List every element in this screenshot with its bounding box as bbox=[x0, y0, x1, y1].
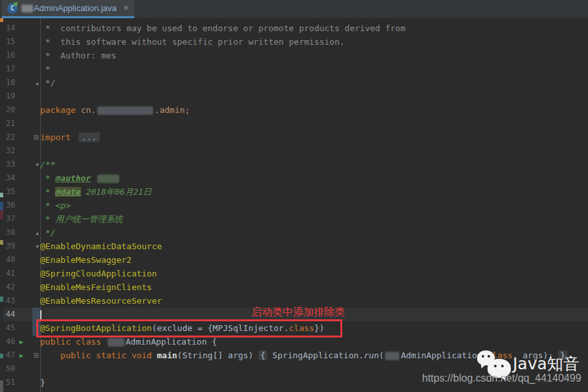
gutter-cell[interactable]: 41 bbox=[0, 267, 40, 280]
code-line[interactable]: 40@EnableMesSwagger2 bbox=[0, 253, 588, 267]
code-text-area[interactable]: @EnableDynamicDataSource bbox=[40, 239, 588, 253]
code-line[interactable]: 39▾@EnableDynamicDataSource bbox=[0, 239, 588, 253]
code-line[interactable]: 20package cn..admin; bbox=[0, 103, 588, 117]
code-text-area[interactable]: */ bbox=[40, 76, 588, 90]
gutter-cell[interactable]: 32 bbox=[0, 144, 40, 158]
gutter-cell[interactable]: 51 bbox=[0, 376, 40, 389]
code-text-area[interactable]: * this software without specific prior w… bbox=[40, 35, 588, 49]
code-token: import bbox=[40, 132, 76, 142]
fold-down-icon[interactable]: ▾ bbox=[36, 239, 39, 253]
fold-down-icon[interactable]: ▾ bbox=[36, 158, 39, 171]
code-line[interactable]: 15 * this software without specific prio… bbox=[0, 35, 588, 49]
code-text-area[interactable]: * contributors may be used to endorse or… bbox=[40, 21, 588, 35]
code-text-area[interactable]: * bbox=[40, 62, 588, 76]
code-text-area[interactable]: * 用户统一管理系统 bbox=[40, 212, 588, 226]
gutter-cell[interactable]: 47▶⊞ bbox=[0, 349, 40, 362]
code-line[interactable]: 37 * 用户统一管理系统 bbox=[0, 212, 588, 226]
fold-up-icon[interactable]: ▴ bbox=[36, 76, 39, 90]
code-token: * bbox=[40, 64, 51, 74]
edge-mark bbox=[0, 193, 3, 197]
code-line[interactable]: 32 bbox=[0, 144, 588, 158]
line-number: 33 bbox=[6, 158, 15, 171]
run-icon[interactable]: ▶ bbox=[19, 349, 23, 362]
code-text-area[interactable]: import ... bbox=[40, 130, 588, 144]
gutter-cell[interactable]: 18▴ bbox=[0, 76, 40, 90]
line-number: 32 bbox=[6, 144, 15, 158]
code-line[interactable]: 17 * bbox=[0, 62, 588, 76]
code-token: * Author: mes bbox=[40, 51, 116, 60]
fold-plus-icon[interactable]: ⊞ bbox=[34, 349, 39, 362]
code-line[interactable]: 16 * Author: mes bbox=[0, 49, 588, 62]
code-text-area[interactable]: * Author: mes bbox=[40, 49, 588, 62]
code-text-area[interactable]: * @date 2018年06月21日 bbox=[40, 185, 588, 199]
code-line[interactable]: 21 bbox=[0, 117, 588, 130]
gutter-cell[interactable]: 17 bbox=[0, 62, 40, 76]
gutter-cell[interactable]: 35 bbox=[0, 185, 40, 199]
code-token: @date bbox=[55, 187, 80, 197]
line-number: 36 bbox=[6, 199, 15, 212]
code-text-area[interactable] bbox=[40, 144, 588, 158]
fold-up-icon[interactable]: ▴ bbox=[36, 226, 39, 239]
line-number: 19 bbox=[6, 90, 15, 103]
code-line[interactable]: 41@SpringCloudApplication bbox=[0, 267, 588, 280]
code-line[interactable]: 14 * contributors may be used to endorse… bbox=[0, 21, 588, 35]
gutter-cell[interactable]: 43 bbox=[0, 294, 40, 308]
gutter-cell[interactable]: 20 bbox=[0, 103, 40, 117]
code-text-area[interactable]: package cn..admin; bbox=[40, 103, 588, 117]
line-number: 43 bbox=[6, 294, 15, 308]
code-text-area[interactable]: * @author bbox=[40, 171, 588, 185]
gutter-cell[interactable]: 14 bbox=[0, 21, 40, 35]
line-number: 47 bbox=[6, 349, 15, 362]
gutter-cell[interactable]: 40 bbox=[0, 253, 40, 267]
gutter-cell[interactable]: 50 bbox=[0, 362, 40, 376]
code-token: * bbox=[40, 201, 55, 210]
code-line[interactable]: 18▴ */ bbox=[0, 76, 588, 90]
redacted-filename-prefix bbox=[21, 5, 33, 12]
code-text-area[interactable]: /** bbox=[40, 158, 588, 171]
watermark-url: https://blog.csdn.net/qq_44140499 bbox=[422, 373, 582, 384]
gutter-cell[interactable]: 42 bbox=[0, 280, 40, 294]
gutter-cell[interactable]: 38▴ bbox=[0, 226, 40, 239]
edge-mark bbox=[0, 354, 3, 358]
close-icon[interactable]: ✕ bbox=[123, 4, 129, 12]
code-line[interactable]: 19 bbox=[0, 90, 588, 103]
gutter-cell[interactable]: 39▾ bbox=[0, 239, 40, 253]
line-number: 42 bbox=[6, 280, 15, 294]
gutter-cell[interactable]: 33▾ bbox=[0, 158, 40, 171]
gutter-cell[interactable]: 34 bbox=[0, 171, 40, 185]
tab-admin-application[interactable]: C AdminApplication.java ✕ bbox=[2, 0, 134, 16]
gutter-cell[interactable]: 22⊞ bbox=[0, 130, 40, 144]
code-editor[interactable]: 14 * contributors may be used to endorse… bbox=[0, 18, 588, 392]
fold-plus-icon[interactable]: ⊞ bbox=[34, 130, 39, 144]
code-line[interactable]: 35 * @date 2018年06月21日 bbox=[0, 185, 588, 199]
code-text-area[interactable] bbox=[40, 90, 588, 103]
code-line[interactable]: 22⊞import ... bbox=[0, 130, 588, 144]
gutter-cell[interactable]: 37 bbox=[0, 212, 40, 226]
gutter-cell[interactable]: 15 bbox=[0, 35, 40, 49]
gutter-cell[interactable]: 21 bbox=[0, 117, 40, 130]
code-text-area[interactable] bbox=[40, 117, 588, 130]
left-edge-strip bbox=[0, 18, 3, 392]
code-line[interactable]: 42@EnableMesFeignClients bbox=[0, 280, 588, 294]
code-token: */ bbox=[40, 228, 55, 238]
gutter-cell[interactable]: 16 bbox=[0, 49, 40, 62]
line-number: 38 bbox=[6, 226, 15, 239]
gutter-cell[interactable]: 36 bbox=[0, 199, 40, 212]
code-token: } bbox=[40, 378, 45, 387]
line-number: 40 bbox=[6, 253, 15, 267]
code-line[interactable]: 34 * @author bbox=[0, 171, 588, 185]
code-text-area[interactable]: * <p> bbox=[40, 199, 588, 212]
gutter-cell[interactable]: 46▶ bbox=[0, 335, 40, 349]
code-text-area[interactable]: */ bbox=[40, 226, 588, 239]
code-text-area[interactable]: @EnableMesFeignClients bbox=[40, 280, 588, 294]
gutter-cell[interactable]: 19 bbox=[0, 90, 40, 103]
code-line[interactable]: 36 * <p> bbox=[0, 199, 588, 212]
code-text-area[interactable]: @SpringCloudApplication bbox=[40, 267, 588, 280]
code-text-area[interactable]: @EnableMesSwagger2 bbox=[40, 253, 588, 267]
run-icon[interactable]: ▶ bbox=[19, 336, 23, 349]
code-line[interactable]: 33▾/** bbox=[0, 158, 588, 171]
line-number: 35 bbox=[6, 185, 15, 199]
code-token: .admin; bbox=[154, 105, 190, 115]
code-line[interactable]: 38▴ */ bbox=[0, 226, 588, 239]
edge-mark bbox=[0, 18, 3, 22]
